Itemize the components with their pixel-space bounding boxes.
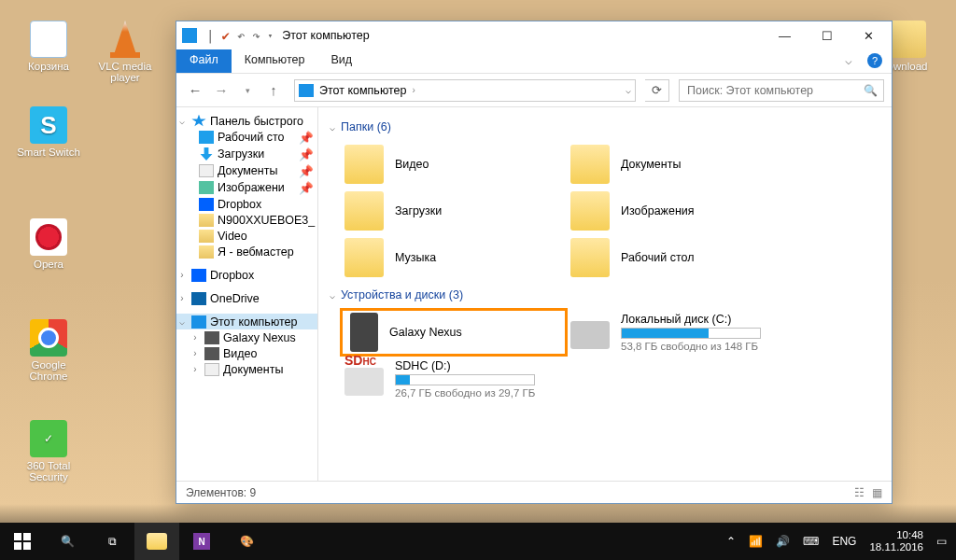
explorer-window: | ✔ ↶ ↷ ▾ Этот компьютер — ☐ ✕ Файл Комп… [176,21,893,504]
tree-dropbox[interactable]: ›Dropbox [176,267,317,283]
addr-dropdown-icon[interactable]: ⌵ [626,85,631,95]
svg-rect-0 [14,533,21,540]
breadcrumb[interactable]: Этот компьютер [319,84,406,97]
item-count: Элементов: 9 [186,486,256,499]
disk-icon [570,321,610,349]
usage-bar [395,374,535,385]
folder-item[interactable]: Загрузки [341,188,567,234]
drive-c[interactable]: Локальный диск (C:) 53,8 ГБ свободно из … [567,309,793,356]
taskbar[interactable]: 🔍 ⧉ N 🎨 ⌃ 📶 🔊 ⌨ ENG 10:48 18.11.2016 ▭ [0,523,956,560]
tree-item[interactable]: Я - вебмастер [176,244,317,259]
wifi-icon[interactable]: 📶 [749,535,763,548]
svg-rect-1 [23,533,31,540]
volume-icon[interactable]: 🔊 [776,535,790,548]
pc-icon [299,84,314,97]
search-button[interactable]: 🔍 [45,523,90,560]
taskbar-explorer[interactable] [134,523,179,560]
icons-view-icon[interactable]: ▦ [872,486,882,499]
folder-icon [344,191,384,231]
tree-item[interactable]: Изображени📌 [176,179,317,196]
redo-icon[interactable]: ↷ [252,28,260,43]
tab-view[interactable]: Вид [317,49,365,73]
folder-item[interactable]: Изображения [567,188,793,234]
help-icon[interactable]: ? [867,53,882,68]
search-input[interactable] [687,80,863,101]
back-button[interactable]: ← [184,79,206,102]
ribbon: Файл Компьютер Вид ⌵ ? [176,49,892,74]
search-box[interactable]: 🔍 [679,79,884,102]
tree-item[interactable]: ›Видео [176,345,317,361]
keyboard-icon[interactable]: ⌨ [803,535,819,548]
tab-computer[interactable]: Компьютер [232,49,318,73]
start-button[interactable] [0,523,45,560]
titlebar[interactable]: | ✔ ↶ ↷ ▾ Этот компьютер — ☐ ✕ [176,21,892,49]
clock[interactable]: 10:48 18.11.2016 [869,529,923,553]
navigation-bar: ← → ▾ ↑ Этот компьютер › ⌵ ⟳ 🔍 [176,74,892,107]
folder-icon [570,191,610,231]
tab-file[interactable]: Файл [176,49,232,73]
folder-icon [570,238,610,277]
group-devices[interactable]: ⌵Устройства и диски (3) [330,288,880,301]
task-view-button[interactable]: ⧉ [90,523,134,560]
search-icon: 🔍 [864,84,878,97]
tree-item[interactable]: ›Документы [176,361,317,377]
tree-item[interactable]: Video [176,228,317,244]
usage-bar [621,328,761,339]
tree-quick-access[interactable]: ⌵Панель быстрого [176,113,317,129]
folder-icon [570,145,610,184]
tree-this-pc[interactable]: ⌵Этот компьютер [176,314,317,329]
tray-expand-icon[interactable]: ⌃ [726,535,736,548]
taskbar-paint[interactable]: 🎨 [224,523,269,560]
desktop-icon-opera[interactable]: Opera [13,218,84,270]
taskbar-onenote[interactable]: N [179,523,224,560]
address-bar[interactable]: Этот компьютер › ⌵ [294,79,636,102]
quick-access-toolbar: | ✔ ↶ ↷ ▾ [206,28,273,43]
disk-icon: SDHC [344,368,384,396]
folder-item[interactable]: Документы [567,141,793,188]
desktop-icon-360[interactable]: ✓360 Total Security [13,420,84,483]
tree-item[interactable]: Загрузки📌 [176,146,317,162]
tree-item[interactable]: Dropbox [176,196,317,212]
drive-sdhc[interactable]: SDHC SDHC (D:) 26,7 ГБ свободно из 29,7 … [341,356,567,402]
maximize-button[interactable]: ☐ [806,21,848,49]
svg-rect-2 [14,542,21,550]
desktop-icon-vlc[interactable]: VLC media player [90,21,161,83]
qat-dropdown-icon[interactable]: ▾ [268,31,273,40]
minimize-button[interactable]: — [764,21,806,49]
desktop-icon-chrome[interactable]: Google Chrome [13,319,84,382]
up-button[interactable]: ↑ [262,79,285,102]
undo-icon[interactable]: ↶ [237,28,245,43]
group-folders[interactable]: ⌵Папки (6) [330,120,880,133]
tree-onedrive[interactable]: ›OneDrive [176,290,317,306]
ribbon-expand-icon[interactable]: ⌵ [834,49,864,73]
tree-item[interactable]: ›Galaxy Nexus [176,329,317,345]
details-view-icon[interactable]: ☷ [854,486,865,499]
folder-icon [344,238,384,277]
recent-dropdown-icon[interactable]: ▾ [236,79,259,102]
navigation-tree[interactable]: ⌵Панель быстрого Рабочий сто📌 Загрузки📌 … [176,107,318,481]
svg-rect-3 [23,542,31,550]
folder-item[interactable]: Музыка [341,234,567,281]
desktop-icon-smartswitch[interactable]: SSmart Switch [13,106,84,158]
tree-item[interactable]: N900XXUEBOE3_ [176,212,317,228]
check-icon[interactable]: ✔ [221,28,229,43]
refresh-button[interactable]: ⟳ [645,79,669,102]
tree-item[interactable]: Документы📌 [176,162,317,179]
chevron-right-icon[interactable]: › [412,85,415,95]
folder-item[interactable]: Рабочий стол [567,234,793,281]
folder-icon [344,145,384,184]
tree-item[interactable]: Рабочий сто📌 [176,129,317,146]
qat-divider: | [206,28,214,43]
content-pane[interactable]: ⌵Папки (6) Видео Документы Загрузки Изоб… [318,107,892,481]
desktop-icon-trash[interactable]: Корзина [13,21,84,72]
device-galaxy-nexus[interactable]: Galaxy Nexus [341,309,567,356]
language-indicator[interactable]: ENG [832,535,856,548]
system-tray: ⌃ 📶 🔊 ⌨ ENG 10:48 18.11.2016 ▭ [717,529,956,553]
status-bar: Элементов: 9 ☷ ▦ [176,481,892,503]
folder-item[interactable]: Видео [341,141,567,188]
forward-button[interactable]: → [210,79,232,102]
close-button[interactable]: ✕ [848,21,890,49]
notifications-icon[interactable]: ▭ [936,535,947,548]
window-title: Этот компьютер [282,29,369,42]
app-icon [182,28,197,43]
